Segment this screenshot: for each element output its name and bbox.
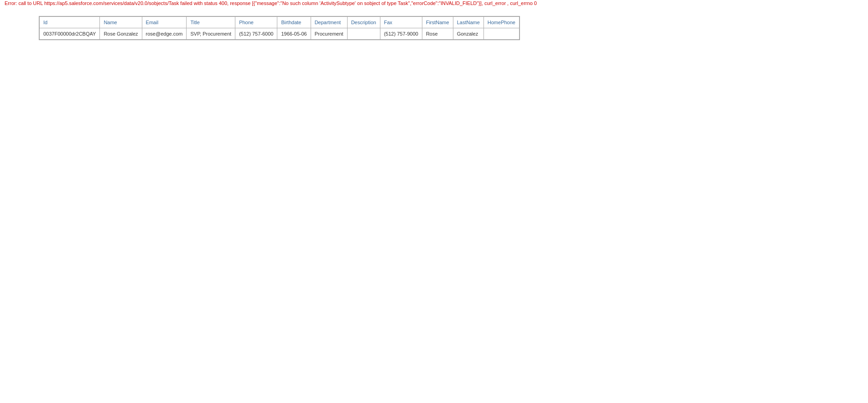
column-header-homephone: HomePhone [483,17,519,28]
column-header-title: Title [187,17,235,28]
cell-fax: (512) 757-9000 [380,28,422,40]
cell-id: 0037F00000dr2CBQAY [40,28,100,40]
cell-firstname: Rose [422,28,453,40]
table-header-row: IdNameEmailTitlePhoneBirthdateDepartment… [40,17,520,28]
results-table: IdNameEmailTitlePhoneBirthdateDepartment… [39,16,520,40]
cell-email: rose@edge.com [142,28,187,40]
error-text: Error: call to URL https://ap5.salesforc… [0,0,541,10]
cell-birthdate: 1966-05-06 [277,28,311,40]
column-header-id: Id [40,17,100,28]
column-header-name: Name [100,17,142,28]
cell-phone: (512) 757-6000 [235,28,277,40]
column-header-description: Description [347,17,380,28]
error-bar: Error: call to URL https://ap5.salesforc… [0,0,868,7]
column-header-phone: Phone [235,17,277,28]
table-row: 0037F00000dr2CBQAYRose Gonzalezrose@edge… [40,28,520,40]
column-header-firstname: FirstName [422,17,453,28]
column-header-department: Department [311,17,347,28]
cell-description [347,28,380,40]
column-header-birthdate: Birthdate [277,17,311,28]
cell-title: SVP, Procurement [187,28,235,40]
data-table-container: IdNameEmailTitlePhoneBirthdateDepartment… [39,16,520,40]
column-header-lastname: LastName [453,17,483,28]
column-header-fax: Fax [380,17,422,28]
cell-name: Rose Gonzalez [100,28,142,40]
cell-lastname: Gonzalez [453,28,483,40]
column-header-email: Email [142,17,187,28]
cell-homephone [483,28,519,40]
cell-department: Procurement [311,28,347,40]
